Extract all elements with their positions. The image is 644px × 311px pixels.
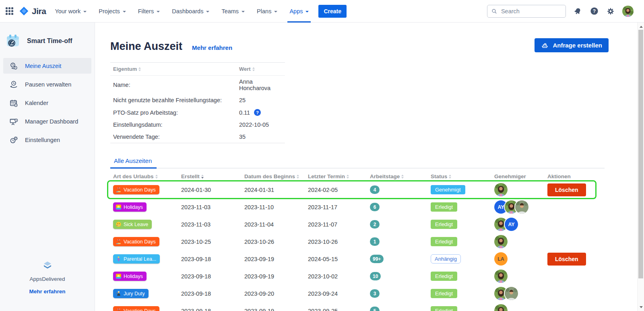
sidebar-item-meine-auszeit[interactable]: Meine Auszeit xyxy=(3,58,91,74)
column-header-aktionen: Aktionen xyxy=(547,173,605,179)
avatar-photo[interactable] xyxy=(515,200,528,214)
leave-type-badge[interactable]: Holidays xyxy=(113,202,147,212)
sort-icon[interactable] xyxy=(401,175,404,179)
column-header-arbeitstage[interactable]: Arbeitstage xyxy=(370,173,431,179)
vertical-scrollbar[interactable] xyxy=(637,23,644,311)
chevron-down-icon xyxy=(242,11,245,12)
property-value: 35 xyxy=(239,134,285,140)
sidebar-footer: AppsDelivered Mehr erfahren xyxy=(0,260,95,295)
chevron-down-icon xyxy=(274,11,277,12)
sidebar-item-einstellungen[interactable]: Einstellungen xyxy=(3,132,91,148)
end-date-cell: 2023-09-25 xyxy=(308,308,370,311)
leave-type-badge[interactable]: Parental Lea... xyxy=(113,254,160,264)
status-badge: Genehmigt xyxy=(431,185,465,194)
scrollbar-up-arrow[interactable] xyxy=(638,23,644,30)
timeoff-table-body: Vacation Days 2024-01-30 2024-01-31 2024… xyxy=(110,181,605,311)
created-cell: 2023-09-18 xyxy=(181,273,244,280)
create-button[interactable]: Create xyxy=(318,5,347,18)
sort-icon[interactable] xyxy=(138,67,141,71)
pto-help-icon[interactable]: ? xyxy=(254,109,261,116)
sidebar-item-manager-dashboard[interactable]: Manager Dashboard xyxy=(3,113,91,129)
sort-icon[interactable] xyxy=(155,175,158,179)
hand-clock-icon xyxy=(9,80,18,89)
workdays-badge: 4 xyxy=(370,185,380,194)
nav-right-cluster: ? xyxy=(487,5,644,18)
delete-button[interactable]: Löschen xyxy=(547,183,586,196)
sidebar-item-kalender[interactable]: Kalender xyxy=(3,95,91,111)
top-navigation: Jira Your work Projects Filters Dashboar… xyxy=(0,0,644,23)
avatar-photo[interactable] xyxy=(494,183,508,196)
scrollbar-thumb[interactable] xyxy=(638,30,643,278)
svg-text:?: ? xyxy=(592,8,595,14)
property-label: Name: xyxy=(113,82,239,88)
jira-logo[interactable]: Jira xyxy=(19,6,46,16)
nav-item-your-work[interactable]: Your work xyxy=(55,0,87,23)
avatar-initials[interactable]: LA xyxy=(494,252,508,266)
start-date-cell: 2023-09-19 xyxy=(244,256,308,262)
leave-type-badge[interactable]: Holidays xyxy=(113,272,147,281)
tab-alle-auszeiten[interactable]: Alle Auszeiten xyxy=(110,155,157,169)
nav-item-teams[interactable]: Teams xyxy=(221,0,245,23)
column-header-datum-des-beginns[interactable]: Datum des Beginns xyxy=(244,173,308,179)
table-row: Holidays 2023-09-18 2023-09-19 2023-10-0… xyxy=(110,268,605,285)
nav-item-dashboards[interactable]: Dashboards xyxy=(172,0,209,23)
avatar-photo[interactable] xyxy=(494,235,508,248)
avatar-photo[interactable] xyxy=(494,304,508,311)
approver-avatars xyxy=(494,270,547,283)
gear-icon[interactable] xyxy=(606,6,615,16)
sidebar-item-pausen-verwalten[interactable]: Pausen verwalten xyxy=(3,76,91,92)
property-label: PTO-Satz pro Arbeitstag: xyxy=(113,109,239,116)
sort-icon[interactable] xyxy=(201,175,204,179)
chevron-down-icon xyxy=(83,11,87,12)
nav-item-apps[interactable]: Apps xyxy=(289,0,309,23)
appsdelivered-label: AppsDelivered xyxy=(0,276,95,282)
approver-avatars xyxy=(494,287,547,300)
table-row: Holidays 2023-11-03 2023-11-10 2023-11-1… xyxy=(110,198,605,216)
avatar-initials[interactable]: AY xyxy=(505,218,518,231)
learn-more-link[interactable]: Mehr erfahren xyxy=(192,44,232,51)
leave-type-badge[interactable]: Vacation Days xyxy=(113,237,159,246)
sort-icon[interactable] xyxy=(449,175,451,179)
end-date-cell: 2023-11-17 xyxy=(308,204,370,210)
leave-type-badge[interactable]: Sick Leave xyxy=(113,220,152,229)
workdays-badge: 2 xyxy=(370,220,380,229)
sidebar: Smart Time-off Meine Auszeit xyxy=(0,23,95,311)
end-date-cell: 2024-05-15 xyxy=(308,256,370,262)
column-header-art-des-urlaubs[interactable]: Art des Urlaubs xyxy=(113,173,181,179)
user-avatar[interactable] xyxy=(622,6,634,17)
create-request-button[interactable]: Anfrage erstellen xyxy=(535,38,609,52)
avatar-photo[interactable] xyxy=(494,270,508,283)
leave-type-badge[interactable]: Jury Duty xyxy=(113,289,149,298)
sort-icon[interactable] xyxy=(297,175,299,179)
nav-item-filters[interactable]: Filters xyxy=(138,0,160,23)
app-grid-icon[interactable] xyxy=(6,7,13,15)
nav-item-plans[interactable]: Plans xyxy=(257,0,277,23)
sidebar-item-label: Manager Dashboard xyxy=(25,118,78,125)
properties-header-eigentum[interactable]: Eigentum xyxy=(113,66,239,72)
help-icon[interactable]: ? xyxy=(589,6,599,16)
sunrise-icon xyxy=(116,204,122,210)
delete-button[interactable]: Löschen xyxy=(547,253,586,266)
workdays-badge: 3 xyxy=(370,289,380,298)
nav-item-projects[interactable]: Projects xyxy=(99,0,126,23)
property-row: PTO-Satz pro Arbeitstag: 0.11 ? xyxy=(110,106,285,119)
time-exchange-icon xyxy=(9,61,18,70)
sidebar-learn-more-link[interactable]: Mehr erfahren xyxy=(29,288,65,295)
column-header-erstellt[interactable]: Erstellt xyxy=(181,173,244,179)
property-label: Nicht genutzte bezahlte Freistellungstag… xyxy=(113,97,239,103)
leave-type-badge[interactable]: Vacation Days xyxy=(113,306,159,311)
sidebar-item-label: Kalender xyxy=(25,100,48,106)
search-box[interactable] xyxy=(487,5,566,18)
sort-icon[interactable] xyxy=(347,175,349,179)
leave-type-badge[interactable]: Vacation Days xyxy=(113,185,159,194)
sort-icon[interactable] xyxy=(252,67,255,71)
avatar-photo[interactable] xyxy=(505,287,518,300)
properties-header-wert[interactable]: Wert xyxy=(239,66,285,72)
sidebar-menu: Meine Auszeit Pausen verwalten xyxy=(0,57,95,148)
search-input[interactable] xyxy=(500,8,561,15)
column-header-status[interactable]: Status xyxy=(431,173,494,179)
table-row: Vacation Days 2024-01-30 2024-01-31 2024… xyxy=(110,181,605,198)
notifications-bell-icon[interactable] xyxy=(573,6,582,16)
column-header-letzter-termin[interactable]: Letzter Termin xyxy=(308,173,370,179)
scrollbar-down-arrow[interactable] xyxy=(638,304,644,310)
